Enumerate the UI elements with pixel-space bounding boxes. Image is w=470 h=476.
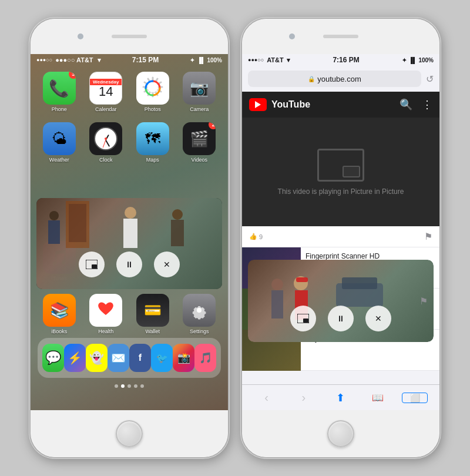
pip-overlay-right[interactable]: ⏸ ✕ ⚑ xyxy=(248,260,434,342)
phone-badge: 3 xyxy=(69,72,76,79)
pip-screen-btn-right[interactable] xyxy=(290,306,316,331)
app-health[interactable]: Health xyxy=(86,294,127,334)
pip-controls-right: ⏸ ✕ xyxy=(290,306,391,331)
settings-icon[interactable] xyxy=(183,294,216,327)
phone-icon[interactable]: 📞 3 xyxy=(43,72,76,105)
app-clock[interactable]: Clock xyxy=(86,122,127,163)
camera-icon[interactable]: 📷 xyxy=(183,72,216,105)
pip-pause-btn-right[interactable]: ⏸ xyxy=(328,306,354,331)
weather-label: Weather xyxy=(49,157,69,163)
ibooks-icon[interactable]: 📚 xyxy=(43,294,76,327)
dock-facebook-left[interactable]: f xyxy=(129,344,151,372)
clock-icon[interactable] xyxy=(89,122,122,155)
pip-placeholder-right: This video is playing in Picture in Pict… xyxy=(242,118,439,226)
right-phone-top xyxy=(242,19,439,54)
left-phone-top xyxy=(31,19,228,54)
pip-screen-btn-left[interactable] xyxy=(79,252,105,277)
calendar-label: Calendar xyxy=(95,106,117,112)
status-bar-left: ●●●○○ ●●●○○ AT&T ▾ 7:15 PM ✦ ▐▌ 100% xyxy=(31,54,228,66)
wallet-icon[interactable]: 💳 xyxy=(136,294,169,327)
svg-point-19 xyxy=(271,279,283,290)
app-videos[interactable]: 🎬 2 Videos xyxy=(179,122,220,163)
svg-rect-11 xyxy=(92,264,97,269)
settings-gear-svg xyxy=(190,301,209,320)
page-dots-left xyxy=(31,384,228,388)
svg-point-8 xyxy=(172,209,183,220)
dock-left: 💬 ⚡ 👻 ✉️ f 🐦 📸 xyxy=(38,338,221,378)
pip-video-content-left xyxy=(36,198,213,257)
pip-message: This video is playing in Picture in Pict… xyxy=(278,187,404,196)
time-left: 7:15 PM xyxy=(132,56,159,64)
maps-icon[interactable]: 🗺 xyxy=(136,122,169,155)
app-wallet[interactable]: 💳 Wallet xyxy=(132,294,173,334)
refresh-icon[interactable]: ↺ xyxy=(426,73,434,85)
app-camera[interactable]: 📷 Camera xyxy=(179,72,220,112)
health-icon[interactable] xyxy=(89,294,122,327)
dock-music-left[interactable]: 🎵 xyxy=(194,344,216,372)
app-photos[interactable]: Photos xyxy=(132,72,173,112)
dock-mail-left[interactable]: ✉️ xyxy=(108,344,129,372)
photos-icon[interactable] xyxy=(136,72,169,105)
right-phone: ●●●○○ AT&T ▾ 7:16 PM ✦ ▐▌ 100% 🔒 youtube… xyxy=(241,18,441,458)
svg-rect-7 xyxy=(123,219,137,248)
app-maps[interactable]: 🗺 Maps xyxy=(132,122,173,163)
svg-rect-3 xyxy=(69,204,86,242)
yt-flag-icon[interactable]: ⚑ xyxy=(424,231,432,242)
home-button-left[interactable] xyxy=(116,420,143,447)
app-grid-row4: 📚 iBooks Health xyxy=(31,289,228,339)
yt-video-actions: 👍 9 ⚑ xyxy=(242,226,439,247)
pip-pause-icon-right: ⏸ xyxy=(337,314,345,323)
time-right: 7:16 PM xyxy=(333,56,359,64)
pip-screen-icon-right xyxy=(297,314,309,323)
battery-right: ▐▌ 100% xyxy=(408,57,434,63)
safari-tabs-btn[interactable]: ⬜ xyxy=(402,393,428,403)
app-phone[interactable]: 📞 3 Phone xyxy=(39,72,80,112)
clock-face xyxy=(94,127,118,150)
safari-back-btn[interactable]: ‹ xyxy=(254,391,280,404)
settings-label: Settings xyxy=(190,328,209,334)
dock-snapchat-left[interactable]: 👻 xyxy=(86,344,108,372)
home-button-right[interactable] xyxy=(327,420,354,447)
left-phone-body: ●●●○○ ●●●○○ AT&T ▾ 7:15 PM ✦ ▐▌ 100% 📞 3 xyxy=(29,18,229,458)
calendar-icon[interactable]: Wednesday 14 xyxy=(89,72,122,105)
weather-icon[interactable]: 🌤 xyxy=(43,122,76,155)
left-screen: ●●●○○ ●●●○○ AT&T ▾ 7:15 PM ✦ ▐▌ 100% 📞 3 xyxy=(31,54,228,410)
app-settings[interactable]: Settings xyxy=(179,294,220,334)
dock-messenger-left[interactable]: ⚡ xyxy=(64,344,86,372)
pip-overlay-left[interactable]: ⏸ ✕ xyxy=(36,198,222,289)
app-weather[interactable]: 🌤 Weather xyxy=(39,122,80,163)
wallet-label: Wallet xyxy=(145,328,160,334)
dock-twitter-left[interactable]: 🐦 xyxy=(151,344,173,372)
ibooks-label: iBooks xyxy=(51,328,67,334)
safari-share-btn[interactable]: ⬆ xyxy=(328,391,354,404)
yt-search-icon[interactable]: 🔍 xyxy=(400,98,412,111)
url-field[interactable]: 🔒 youtube.com xyxy=(248,71,421,87)
safari-forward-btn[interactable]: › xyxy=(291,391,317,404)
app-ibooks[interactable]: 📚 iBooks xyxy=(39,294,80,334)
yt-more-icon[interactable]: ⋮ xyxy=(422,98,432,111)
yt-like-btn[interactable]: 👍 9 xyxy=(249,233,263,240)
safari-bookmarks-btn[interactable]: 📖 xyxy=(365,392,391,403)
svg-rect-9 xyxy=(171,220,184,246)
videos-icon[interactable]: 🎬 2 xyxy=(183,122,216,155)
status-left-right: ●●●○○ AT&T ▾ xyxy=(248,56,290,64)
photos-label: Photos xyxy=(145,106,161,112)
dock-messages-left[interactable]: 💬 xyxy=(42,344,64,372)
pip-pause-btn-left[interactable]: ⏸ xyxy=(116,252,142,277)
svg-rect-5 xyxy=(48,220,60,244)
like-icon: 👍 xyxy=(249,233,257,240)
svg-rect-18 xyxy=(296,277,308,282)
pip-close-btn-left[interactable]: ✕ xyxy=(154,252,180,277)
yt-header-actions: 🔍 ⋮ xyxy=(400,98,432,111)
url-text: youtube.com xyxy=(317,75,361,83)
app-calendar[interactable]: Wednesday 14 Calendar xyxy=(86,72,127,112)
signal-right: ●●●○○ xyxy=(248,57,264,63)
dock-instagram-left[interactable]: 📸 xyxy=(173,344,194,372)
carrier-signal-left: ●●●○○ ●●●○○ AT&T ▾ xyxy=(36,56,101,64)
pip-close-btn-right[interactable]: ✕ xyxy=(365,306,391,331)
svg-rect-20 xyxy=(271,290,283,319)
left-phone-bottom xyxy=(31,410,228,457)
svg-point-4 xyxy=(49,211,59,220)
speaker-left xyxy=(112,35,147,38)
carrier-left: ●●●○○ AT&T xyxy=(55,56,93,63)
